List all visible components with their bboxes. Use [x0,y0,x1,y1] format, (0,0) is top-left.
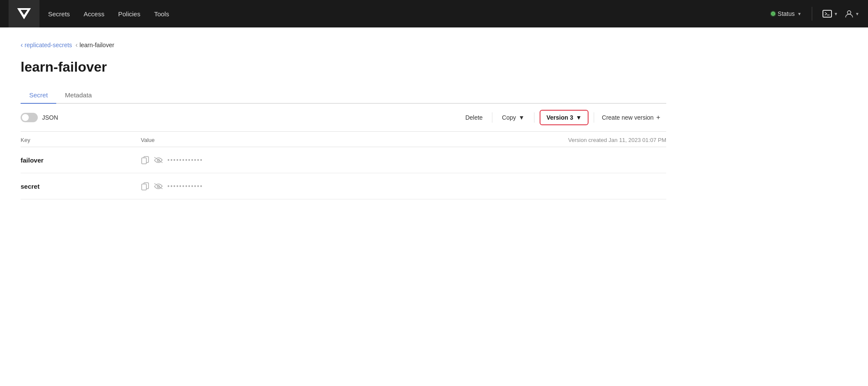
svg-point-7 [158,186,160,188]
col-header-value: Value [141,137,568,143]
nav-link-tools[interactable]: Tools [154,10,169,18]
status-chevron-icon: ▼ [797,12,801,16]
breadcrumb-parent-link[interactable]: replicated-secrets [21,41,72,49]
user-chevron-icon: ▼ [855,12,859,16]
user-icon [845,9,853,18]
json-label: JSON [42,114,58,121]
toolbar-separator-2 [534,112,534,123]
row-value-area-failover: •••••••••••• [141,156,666,164]
nav-links: Secrets Access Policies Tools [48,10,771,18]
user-button[interactable]: ▼ [845,9,859,18]
copy-row-icon[interactable] [141,156,149,164]
copy-row-icon[interactable] [141,182,149,190]
toolbar-separator-3 [594,112,594,123]
nav-right: Status ▼ ▼ ▼ [771,7,859,21]
version-created-text: Version created Jan 11, 2023 01:07 PM [568,137,666,143]
breadcrumb: replicated-secrets learn-failover [21,41,666,49]
copy-button[interactable]: Copy ▼ [494,111,532,124]
svg-rect-3 [142,158,146,164]
terminal-icon [822,10,832,18]
json-toggle-area: JSON [21,113,451,122]
nav-divider [812,7,812,21]
logo[interactable] [9,0,39,27]
status-indicator-icon [771,12,775,16]
version-button[interactable]: Version 3 ▼ [540,110,589,125]
copy-chevron-icon: ▼ [519,114,525,121]
toolbar-separator-1 [492,112,492,123]
vault-logo-icon [17,8,31,19]
toolbar-right: Delete Copy ▼ Version 3 ▼ Create new ver… [458,110,666,125]
row-key-secret: secret [21,183,141,190]
table-row: failover •••••••••••• [21,147,666,173]
breadcrumb-current: learn-failover [76,41,114,49]
nav-link-secrets[interactable]: Secrets [48,10,70,18]
row-key-failover: failover [21,157,141,164]
create-version-button[interactable]: Create new version + [596,110,666,125]
masked-value-secret: •••••••••••• [167,183,203,190]
table-row: secret •••••••••••• [21,173,666,199]
tabs: Secret Metadata [21,87,666,104]
eye-off-row-icon[interactable] [154,183,163,190]
terminal-chevron-icon: ▼ [834,12,838,16]
svg-point-4 [158,160,160,162]
delete-button[interactable]: Delete [458,111,490,124]
table-header: Key Value Version created Jan 11, 2023 0… [21,132,666,147]
terminal-button[interactable]: ▼ [822,10,838,18]
eye-off-row-icon[interactable] [154,157,163,163]
json-toggle[interactable] [21,113,38,122]
status-label: Status [778,10,795,17]
col-header-key: Key [21,137,141,143]
page-title: learn-failover [21,59,666,75]
tab-metadata[interactable]: Metadata [56,87,100,104]
nav-link-access[interactable]: Access [84,10,104,18]
svg-point-1 [847,11,851,14]
create-version-plus-icon: + [656,114,660,121]
version-chevron-icon: ▼ [576,114,582,121]
top-navigation: Secrets Access Policies Tools Status ▼ ▼ [0,0,868,27]
tab-secret[interactable]: Secret [21,87,56,104]
masked-value-failover: •••••••••••• [167,157,203,163]
toolbar: JSON Delete Copy ▼ Version 3 ▼ Create ne… [21,104,666,132]
row-value-area-secret: •••••••••••• [141,182,666,190]
svg-rect-6 [142,184,146,190]
nav-link-policies[interactable]: Policies [118,10,140,18]
main-content: replicated-secrets learn-failover learn-… [0,27,687,213]
status-button[interactable]: Status ▼ [771,10,802,17]
